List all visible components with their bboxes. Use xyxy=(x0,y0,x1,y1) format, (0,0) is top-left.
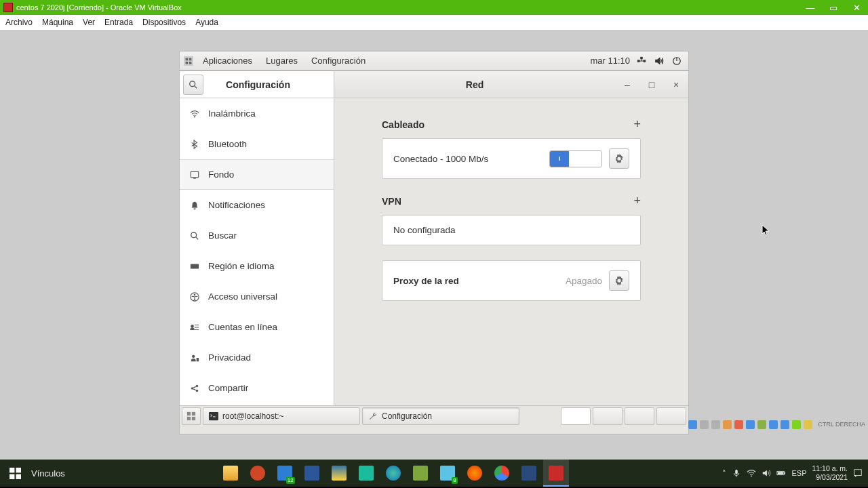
svg-rect-19 xyxy=(192,416,195,420)
tb-mail[interactable]: 12 xyxy=(272,460,298,487)
svg-point-26 xyxy=(751,476,753,477)
sidebar-item-background[interactable]: Fondo xyxy=(180,159,334,190)
tb-chrome[interactable] xyxy=(489,460,515,487)
minimize-button[interactable]: — xyxy=(799,0,822,15)
vb-cd-icon[interactable] xyxy=(700,420,709,429)
search-icon xyxy=(189,80,198,89)
menu-ayuda[interactable]: Ayuda xyxy=(195,18,218,27)
vb-display-icon[interactable] xyxy=(757,420,766,429)
vm-display-area: Aplicaciones Lugares Configuración mar 1… xyxy=(0,30,868,460)
sidebar-item-region[interactable]: Región e idioma xyxy=(180,251,334,281)
tray-mic-icon[interactable] xyxy=(732,468,741,478)
tray-volume-icon[interactable] xyxy=(762,468,771,478)
wired-row: Conectado - 1000 Mb/s I xyxy=(382,138,641,179)
maximize-button[interactable]: ▭ xyxy=(822,0,845,15)
taskbar-settings[interactable]: Configuración xyxy=(362,407,519,425)
sidebar-item-online-accounts[interactable]: Cuentas en línea xyxy=(180,312,334,342)
clock-label[interactable]: mar 11:10 xyxy=(583,56,637,66)
tray-notifications-icon[interactable] xyxy=(853,468,863,478)
tb-edge[interactable] xyxy=(380,460,406,487)
vb-network-icon[interactable] xyxy=(723,420,732,429)
menu-archivo[interactable]: Archivo xyxy=(5,18,33,27)
tray-clock[interactable]: 11:10 a. m. 9/03/2021 xyxy=(812,464,848,482)
wired-settings-button[interactable] xyxy=(609,148,629,169)
applications-menu[interactable]: Aplicaciones xyxy=(196,56,259,66)
vb-mouse-icon[interactable] xyxy=(792,420,801,429)
guest-screen: Aplicaciones Lugares Configuración mar 1… xyxy=(180,52,688,434)
wired-toggle[interactable]: I xyxy=(549,150,602,167)
search-button[interactable] xyxy=(183,75,203,95)
window-maximize[interactable]: □ xyxy=(639,79,664,90)
settings-sidebar: Configuración Inalámbrica Bluetooth Fond… xyxy=(180,71,334,405)
svg-rect-16 xyxy=(187,411,191,415)
taskbar-blank-1[interactable] xyxy=(561,407,591,425)
vb-host-key: CTRL DERECHA xyxy=(818,421,865,428)
tb-powerpoint[interactable] xyxy=(245,460,271,487)
links-toolbar-label[interactable]: Vínculos xyxy=(30,468,69,479)
tb-notepad[interactable]: 8 xyxy=(435,460,460,487)
menu-dispositivos[interactable]: Dispositivos xyxy=(142,18,186,27)
tb-filmora[interactable] xyxy=(353,460,379,487)
tray-time: 11:10 a. m. xyxy=(812,464,848,473)
svg-rect-24 xyxy=(16,474,20,479)
proxy-heading: Proxy de la red xyxy=(393,276,566,286)
tray-lang[interactable]: ESP xyxy=(791,469,806,477)
svg-rect-20 xyxy=(209,411,218,420)
sidebar-title: Configuración xyxy=(207,79,334,90)
tb-word[interactable] xyxy=(299,460,325,487)
volume-icon xyxy=(654,56,664,66)
taskbar-blank-4[interactable] xyxy=(656,407,686,425)
tray-wifi-icon[interactable] xyxy=(747,468,756,478)
current-app-label[interactable]: Configuración xyxy=(304,56,372,66)
svg-rect-8 xyxy=(193,178,196,178)
vb-audio-icon[interactable] xyxy=(711,420,720,429)
sidebar-item-search[interactable]: Buscar xyxy=(180,220,334,251)
workspace-switcher[interactable] xyxy=(182,407,201,425)
tray-up-icon[interactable]: ˄ xyxy=(722,469,726,478)
window-close[interactable]: × xyxy=(664,79,688,90)
svg-point-13 xyxy=(191,387,194,390)
tb-python[interactable] xyxy=(326,460,352,487)
menu-maquina[interactable]: Máquina xyxy=(42,18,73,27)
start-button[interactable] xyxy=(0,460,30,487)
sidebar-item-sharing[interactable]: Compartir xyxy=(180,373,334,403)
gear-icon xyxy=(614,154,624,163)
sidebar-item-universal-access[interactable]: Acceso universal xyxy=(180,281,334,312)
svg-rect-10 xyxy=(191,264,199,268)
tray-battery-icon[interactable] xyxy=(776,468,786,478)
sidebar-item-label: Privacidad xyxy=(208,352,251,363)
sidebar-item-notifications[interactable]: Notificaciones xyxy=(180,190,334,220)
sidebar-item-label: Bluetooth xyxy=(208,139,247,149)
add-wired-button[interactable]: + xyxy=(633,117,641,131)
tb-firefox[interactable] xyxy=(462,460,488,487)
tb-explorer[interactable] xyxy=(218,460,243,487)
proxy-settings-button[interactable] xyxy=(609,270,629,291)
power-icon xyxy=(672,56,682,66)
virtualbox-icon xyxy=(3,3,13,12)
tb-app1[interactable] xyxy=(408,460,433,487)
taskbar-terminal[interactable]: root@localhost:~ xyxy=(203,407,360,425)
vb-recording-icon[interactable] xyxy=(769,420,778,429)
vb-cpu-icon[interactable] xyxy=(781,420,789,429)
svg-point-5 xyxy=(190,81,195,86)
vb-keyboard-icon[interactable] xyxy=(804,420,812,429)
taskbar-blank-2[interactable] xyxy=(593,407,623,425)
close-button[interactable]: ✕ xyxy=(845,0,868,15)
tb-virtualbox-manager[interactable] xyxy=(516,460,542,487)
menu-entrada[interactable]: Entrada xyxy=(104,18,133,27)
vb-shared-folder-icon[interactable] xyxy=(746,420,755,429)
vb-usb-icon[interactable] xyxy=(734,420,743,429)
add-vpn-button[interactable]: + xyxy=(633,194,641,208)
places-menu[interactable]: Lugares xyxy=(259,56,304,66)
menu-ver[interactable]: Ver xyxy=(83,18,95,27)
toggle-off-side xyxy=(569,151,601,167)
sidebar-item-wireless[interactable]: Inalámbrica xyxy=(180,98,334,129)
vb-hdd-icon[interactable] xyxy=(688,420,697,429)
main-body: Cableado + Conectado - 1000 Mb/s I xyxy=(334,98,688,405)
sidebar-item-bluetooth[interactable]: Bluetooth xyxy=(180,129,334,159)
taskbar-blank-3[interactable] xyxy=(625,407,654,425)
window-minimize[interactable]: – xyxy=(615,79,639,90)
sidebar-item-privacy[interactable]: Privacidad xyxy=(180,342,334,373)
tb-virtualbox-vm[interactable] xyxy=(543,460,569,487)
system-tray[interactable] xyxy=(637,56,684,66)
